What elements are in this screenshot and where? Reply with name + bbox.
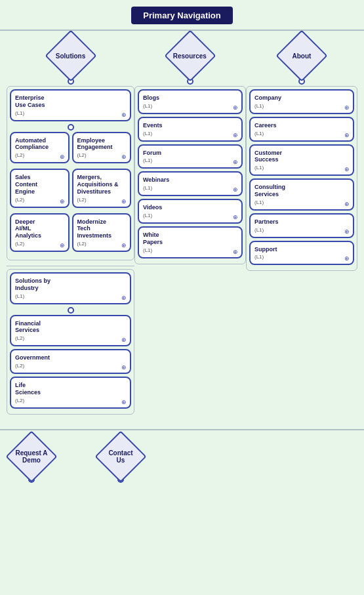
consult-title: ConsultingServices: [254, 184, 349, 198]
si-icon: ⊕: [121, 295, 127, 301]
videos-id: (L1): [143, 213, 237, 218]
ee-title: EmployeeEngagement: [77, 137, 127, 152]
header: Primary Navigation: [0, 0, 364, 30]
resources-diamond-wrapper: Resources: [172, 37, 209, 74]
enterprise-use-section[interactable]: EnterpriseUse Cases (L1) ⊕: [10, 89, 131, 121]
webinars-id: (L1): [143, 185, 237, 191]
support-id: (L1): [254, 254, 349, 260]
ac-icon: ⊕: [60, 154, 65, 160]
cs-icon: ⊕: [344, 166, 350, 173]
mergers-item[interactable]: Mergers,Acquisitions &Divestitures (L2) …: [72, 169, 132, 207]
sales-content-item[interactable]: SalesContentEngine (L2) ⊕: [10, 169, 70, 207]
si-id: (L1): [15, 293, 126, 299]
events-icon: ⊕: [233, 132, 238, 138]
contact-us-wrapper: Contact Us: [102, 438, 139, 484]
eu-row3: DeeperAI/MLAnalytics (L2) ⊕ ModernizeTec…: [10, 213, 131, 255]
whitepapers-item[interactable]: WhitePapers (L1) ⊕: [138, 226, 243, 258]
ac-title: AutomatedCompliance: [15, 137, 64, 152]
videos-title: Videos: [143, 204, 237, 211]
support-item[interactable]: Support (L1) ⊕: [249, 241, 354, 266]
careers-id: (L1): [254, 131, 349, 136]
gov-id: (L2): [15, 363, 126, 369]
ee-id: (L2): [77, 152, 127, 158]
consulting-item[interactable]: ConsultingServices (L1) ⊕: [249, 178, 354, 211]
partners-id: (L1): [254, 227, 349, 233]
resources-group: Blogs (L1) ⊕ Events (L1) ⊕ Forum (L1) ⊕ …: [134, 86, 246, 264]
partners-item[interactable]: Partners (L1) ⊕: [249, 213, 354, 238]
resources-column: Resources Blogs (L1) ⊕ Events (L1) ⊕ For…: [134, 37, 246, 417]
blogs-title: Blogs: [143, 94, 237, 102]
careers-item[interactable]: Careers (L1) ⊕: [249, 117, 354, 142]
company-title: Company: [254, 94, 349, 102]
enterprise-title: EnterpriseUse Cases: [15, 94, 126, 109]
gov-icon: ⊕: [121, 364, 127, 371]
solutions-diamond[interactable]: Solutions: [45, 30, 96, 81]
partners-icon: ⊕: [344, 228, 350, 235]
about-diamond[interactable]: About: [275, 30, 327, 81]
careers-title: Careers: [254, 122, 349, 129]
videos-item[interactable]: Videos (L1) ⊕: [138, 199, 243, 224]
support-title: Support: [254, 246, 349, 253]
events-item[interactable]: Events (L1) ⊕: [138, 117, 243, 142]
company-icon: ⊕: [344, 104, 350, 111]
financial-item[interactable]: FinancialServices (L2) ⊕: [10, 315, 131, 347]
fs-id: (L2): [15, 335, 126, 341]
about-diamond-wrapper: About: [283, 37, 320, 74]
blogs-icon: ⊕: [233, 104, 238, 111]
blogs-id: (L1): [143, 103, 237, 109]
careers-icon: ⊕: [344, 132, 350, 138]
events-id: (L1): [143, 131, 237, 136]
employee-eng-item[interactable]: EmployeeEngagement (L2) ⊕: [72, 132, 132, 164]
request-demo-diamond[interactable]: Request A Demo: [5, 430, 57, 482]
footer: Request A Demo Contact Us: [0, 429, 364, 495]
main-content: Solutions EnterpriseUse Cases (L1) ⊕ Aut…: [0, 31, 364, 424]
ac-id: (L2): [15, 152, 64, 158]
life-sciences-item[interactable]: LifeSciences (L2) ⊕: [10, 377, 131, 409]
solutions-industry-section[interactable]: Solutions byIndustry (L1) ⊕: [10, 272, 131, 304]
deeper-ai-item[interactable]: DeeperAI/MLAnalytics (L2) ⊕: [10, 213, 70, 252]
modernize-item[interactable]: ModernizeTechInvestments (L2) ⊕: [72, 213, 132, 252]
fs-icon: ⊕: [121, 337, 127, 343]
request-demo-wrapper: Request A Demo: [13, 438, 50, 484]
resources-diamond[interactable]: Resources: [164, 30, 216, 81]
consult-icon: ⊕: [344, 201, 350, 207]
si-connector: [68, 307, 74, 314]
solutions-diamond-wrapper: Solutions: [52, 37, 89, 74]
about-column: About Company (L1) ⊕ Careers (L1) ⊕ Cust…: [246, 37, 357, 417]
about-group: Company (L1) ⊕ Careers (L1) ⊕ CustomerSu…: [246, 86, 357, 271]
company-item[interactable]: Company (L1) ⊕: [249, 89, 354, 114]
ee-icon: ⊕: [121, 154, 127, 160]
solutions-industry-group: Solutions byIndustry (L1) ⊕ FinancialSer…: [7, 269, 134, 415]
cs-id: (L1): [254, 165, 349, 171]
resources-diamond-label: Resources: [173, 52, 207, 59]
si-title: Solutions byIndustry: [15, 277, 126, 292]
enterprise-id: (L1): [15, 110, 126, 116]
consult-id: (L1): [254, 199, 349, 205]
contact-us-diamond[interactable]: Contact Us: [94, 430, 146, 482]
forum-item[interactable]: Forum (L1) ⊕: [138, 144, 243, 169]
sc-icon: ⊕: [60, 198, 65, 205]
gov-title: Government: [15, 354, 126, 361]
videos-icon: ⊕: [233, 214, 238, 220]
webinars-item[interactable]: Webinars (L1) ⊕: [138, 171, 243, 196]
da-title: DeeperAI/MLAnalytics: [15, 218, 64, 239]
customer-success-item[interactable]: CustomerSuccess (L1) ⊕: [249, 144, 354, 176]
enterprise-use-group: EnterpriseUse Cases (L1) ⊕ AutomatedComp…: [7, 86, 134, 260]
ma-title: Mergers,Acquisitions &Divestitures: [77, 174, 127, 195]
partners-title: Partners: [254, 218, 349, 226]
blogs-item[interactable]: Blogs (L1) ⊕: [138, 89, 243, 114]
da-icon: ⊕: [60, 242, 65, 249]
eu-connector: [68, 124, 74, 131]
mt-icon: ⊕: [121, 242, 127, 249]
sc-id: (L2): [15, 197, 64, 203]
automated-compliance-item[interactable]: AutomatedCompliance (L2) ⊕: [10, 132, 70, 164]
ma-icon: ⊕: [121, 198, 127, 205]
sc-title: SalesContentEngine: [15, 174, 64, 195]
da-id: (L2): [15, 241, 64, 247]
page-title: Primary Navigation: [131, 7, 233, 24]
sep1: [7, 266, 134, 266]
government-item[interactable]: Government (L2) ⊕: [10, 349, 131, 374]
fs-title: FinancialServices: [15, 320, 126, 335]
company-id: (L1): [254, 103, 349, 109]
request-demo-label: Request A Demo: [14, 449, 49, 464]
